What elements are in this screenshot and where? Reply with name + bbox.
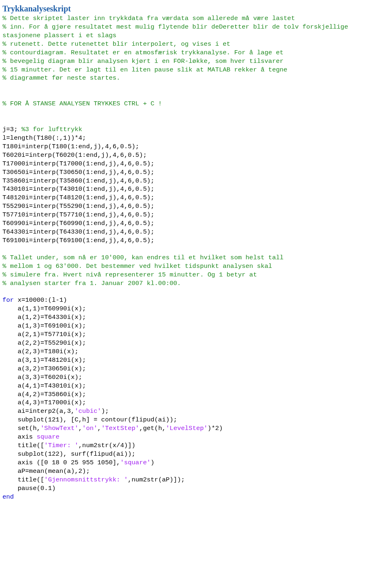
string-literal: 'LevelStep' xyxy=(166,425,207,432)
comment-block-6: % 15 minutter. Det er lagt til en liten … xyxy=(2,66,287,74)
code-line: a(3,1)=T48120i(x); xyxy=(2,356,86,364)
code-line: , xyxy=(98,425,101,432)
for-keyword: for xyxy=(2,296,14,304)
code-line: a(2,3)=T180i(x); xyxy=(2,348,78,355)
code-line: ai=interp2(a,3, xyxy=(2,408,75,415)
code-line: ); xyxy=(101,408,109,415)
code-line: ,num2str(aP)]); xyxy=(128,476,185,483)
code-line: ,num2str(x/4)]) xyxy=(78,442,136,449)
comment-block-c: % simulere fra. Hvert nivå representerer… xyxy=(2,271,257,278)
code-line: a(4,3)=T17000i(x); xyxy=(2,399,86,406)
code-line: l=length(T180(:,1))*4; xyxy=(2,134,86,142)
code-line: T43010i=interp(T43010(1:end,j),4,6,0.5); xyxy=(2,185,154,193)
comment-block-4: % contourdiagram. Resultatet er en atmos… xyxy=(2,49,283,56)
comment-stop: % FOR Å STANSE ANALYSEN TRYKKES CTRL + C… xyxy=(2,100,162,107)
code-line: T69100i=interp(T69100(1:end,j),4,6,0.5); xyxy=(2,237,154,244)
code-line: subplot(122), surf(flipud(ai)); xyxy=(2,450,136,458)
code-line: title([ xyxy=(2,476,44,483)
code-line: T6020i=interp(T6020(1:end,j),4,6,0.5); xyxy=(2,151,147,159)
code-line: T30650i=interp(T30650(1:end,j),4,6,0.5); xyxy=(2,169,154,176)
comment-block-5: % bevegelig diagram blir analysen kjørt … xyxy=(2,58,283,65)
comment-block-7: % diagrammet før neste startes. xyxy=(2,74,120,82)
string-literal: 'Timer: ' xyxy=(44,442,78,449)
code-line: )*2) xyxy=(207,425,223,432)
code-line: subplot(121), [C,h] = contour(flipud(ai)… xyxy=(2,416,177,423)
code-line: a(1,1)=T60990i(x); xyxy=(2,305,86,312)
code-line: T64330i=interp(T64330(1:end,j),4,6,0.5); xyxy=(2,228,154,236)
code-line: T48120i=interp(T48120(1:end,j),4,6,0.5); xyxy=(2,194,154,201)
code-line: axis xyxy=(2,433,37,441)
string-literal: 'Gjennomsnittstrykk: ' xyxy=(44,476,128,483)
comment-block-d: % analysen starter fra 1. Januar 2007 kl… xyxy=(2,280,181,287)
string-literal: 'on' xyxy=(82,425,97,432)
comment-block-a: % Tallet under, som nå er 10'000, kan en… xyxy=(2,254,283,261)
string-literal: 'cubic' xyxy=(75,408,101,415)
code-line: a(1,3)=T69100i(x); xyxy=(2,322,86,330)
code-line: a(2,1)=T57710i(x); xyxy=(2,331,86,338)
code-line: aP=mean(mean(a),2); xyxy=(2,468,90,475)
code-line: a(4,1)=T43010i(x); xyxy=(2,382,86,390)
code-line: T57710i=interp(T57710(1:end,j),4,6,0.5); xyxy=(2,211,154,218)
for-args: x=10000:(l-1) xyxy=(14,296,67,304)
code-line: T17000i=interp(T17000(1:end,j),4,6,0.5); xyxy=(2,160,154,167)
inline-comment: %3 for lufttrykk xyxy=(22,126,82,133)
code-line: ) xyxy=(151,459,154,466)
string-literal: square xyxy=(37,433,60,441)
code-line: pause(0.1) xyxy=(2,485,56,492)
code-line: a(4,2)=T35860i(x); xyxy=(2,391,86,398)
code-line: a(3,2)=T30650i(x); xyxy=(2,365,86,372)
code-line: T180i=interp(T180(1:end,j),4,6,0.5); xyxy=(2,143,139,150)
code-line: a(2,2)=T55290i(x); xyxy=(2,339,86,347)
comment-block-b: % mellom 1 og 63'000. Det bestemmer ved … xyxy=(2,263,272,270)
string-literal: 'ShowText' xyxy=(40,425,78,432)
code-line: axis ([0 18 0 25 955 1050], xyxy=(2,459,120,466)
code-line: ,get(h, xyxy=(139,425,166,432)
string-literal: 'TextStep' xyxy=(101,425,139,432)
code-line: a(3,3)=T6020i(x); xyxy=(2,374,82,381)
code-line: T60990i=interp(T60990(1:end,j),4,6,0.5); xyxy=(2,220,154,227)
script-title: Trykkanalyseskript xyxy=(2,4,71,13)
code-line: , xyxy=(78,425,82,432)
code-line: T55290i=interp(T55290(1:end,j),4,6,0.5); xyxy=(2,203,154,210)
code-line: T35860i=interp(T35860(1:end,j),4,6,0.5); xyxy=(2,177,154,185)
code-line: a(1,2)=T64330i(x); xyxy=(2,314,86,321)
comment-block-3: % rutenett. Dette rutenettet blir interp… xyxy=(2,40,230,48)
code-line: set(h, xyxy=(2,425,40,432)
end-keyword: end xyxy=(2,493,14,501)
code-line: j=3; xyxy=(2,126,22,133)
comment-block-1: % Dette skriptet laster inn trykkdata fr… xyxy=(2,15,295,22)
code-line: title([ xyxy=(2,442,44,449)
string-literal: 'square' xyxy=(120,459,150,466)
comment-block-2: % inn. For å gjøre resultatet mest mulig… xyxy=(2,23,352,39)
